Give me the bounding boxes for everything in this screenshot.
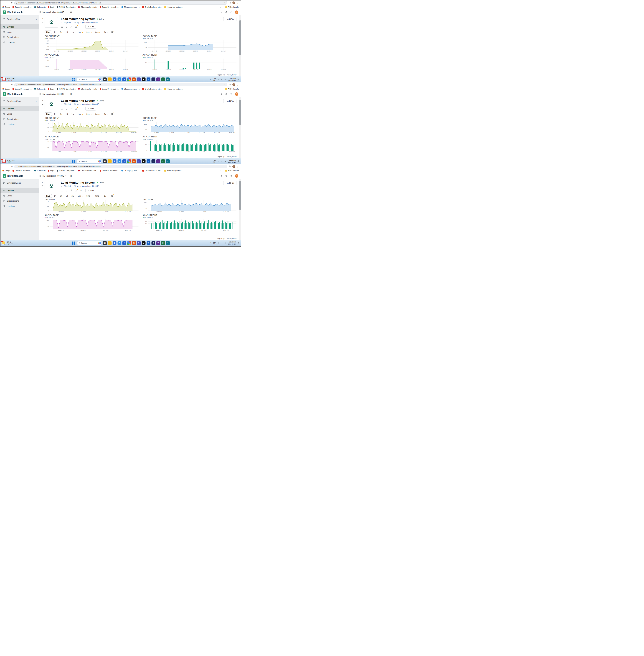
chrome-icon[interactable] [127,241,131,245]
taskbar-clock[interactable]: 12:20 PM2024-06-10 [228,159,236,163]
site-settings-icon[interactable] [16,84,17,85]
tab-1d[interactable]: 1d [64,194,69,198]
bookmark-item[interactable]: https www youtube... [164,6,183,8]
excel-icon[interactable]: X [161,241,165,245]
menu-handle-icon[interactable]: ≡ [42,21,43,23]
visual-studio-icon[interactable]: V [156,241,160,245]
info-button[interactable] [61,108,63,110]
desktop-view-icon[interactable]: ▣ [103,159,107,163]
settings-gear-icon[interactable]: ⚙ [70,11,72,14]
tab-3mo[interactable]: 3mo [85,112,93,116]
chrome-icon[interactable] [127,78,131,81]
privacy-policy-link[interactable]: Privacy Policy [227,74,236,76]
copilot-icon[interactable] [98,242,101,244]
start-button[interactable] [72,78,75,81]
bookmark-item[interactable]: P.M.D.U Complaints... [57,6,76,8]
sidebar-item-users[interactable]: Users [0,193,39,198]
notifications-button[interactable] [66,108,68,110]
zotero-icon[interactable]: Z [152,241,155,245]
edit-button[interactable]: Edit [85,189,96,192]
bookmark-item[interactable]: Login [48,170,54,172]
taskbar-widget[interactable]: 1 16°CLight rain [2,241,32,245]
tools-button[interactable] [70,108,73,110]
add-tag-button[interactable]: +Add Tag [223,181,236,185]
sidebar-item-organizations[interactable]: Organizations [0,35,39,40]
battery-icon[interactable] [224,160,226,162]
notifications-bell-icon[interactable] [237,78,239,80]
bookmarks-overflow-icon[interactable]: » [220,170,221,172]
photos-icon[interactable]: ❖ [122,241,126,245]
tab-1w[interactable]: 1w [70,31,75,34]
bookmark-item[interactable]: Oracle BI Interactive... [100,6,119,8]
tab-1y[interactable]: 1y [102,31,109,34]
more-actions-button[interactable]: ⋯ [79,189,82,192]
teams-icon[interactable]: T [137,159,141,163]
browser-profile-avatar[interactable] [232,165,235,168]
tab-6h[interactable]: 6h [58,31,63,34]
store-icon[interactable]: ⊞ [113,159,116,163]
blynk-brand[interactable]: B Blynk.Console [0,92,39,96]
settings-gear-icon[interactable]: ⚙ [70,175,72,177]
volume-icon[interactable] [221,78,223,80]
volume-icon[interactable] [221,242,223,244]
bookmark-item[interactable]: Oracle Business Inte... [142,6,162,8]
store-icon[interactable]: ⊞ [113,78,116,81]
tab-1h[interactable]: 1h [52,31,58,34]
bookmark-item[interactable]: Oracle Business Inte... [142,170,162,172]
bug-icon[interactable] [230,11,233,14]
bookmark-star-icon[interactable]: ☆ [223,84,226,86]
bookmark-item[interactable]: Oracle BI Interactive... [100,88,119,90]
tab-6h[interactable]: 6h [58,194,63,198]
battery-icon[interactable] [224,242,226,244]
tab-live[interactable]: Live [45,30,52,34]
download-button[interactable] [75,26,77,28]
browser-profile-avatar[interactable] [232,83,235,86]
language-indicator[interactable]: ENGUS [213,241,216,245]
start-button[interactable] [72,241,75,245]
obs-icon[interactable]: ● [142,78,145,81]
tab-1mo[interactable]: 1mo [76,31,84,34]
tab-3mo[interactable]: 3mo [85,194,93,198]
device-owner-link[interactable]: Wajahat [61,103,71,105]
edit-button[interactable]: Edit [85,25,96,29]
start-button[interactable] [72,159,75,163]
photos-icon[interactable]: ❖ [122,159,126,163]
tab-6mo[interactable]: 6mo [94,194,102,198]
organization-selector[interactable]: My organization - 8848KD ∨ ⚙ [39,93,72,95]
tray-chevron-icon[interactable]: ^ [210,160,211,162]
device-org-link[interactable]: My organization - 8848KD [74,21,99,23]
privacy-policy-link[interactable]: Privacy Policy [227,238,236,240]
announcement-icon[interactable] [220,175,223,177]
tab-6h[interactable]: 6h [58,112,63,116]
matlab-icon[interactable]: M [132,159,136,163]
bookmark-item[interactable]: Google [2,170,10,172]
word-icon[interactable]: W [146,159,150,163]
back-icon[interactable]: ← [2,166,5,168]
tab-1d[interactable]: 1d [64,112,69,116]
address-bar[interactable]: blynk.cloud/dashboard/157709/global/devi… [14,83,227,86]
all-bookmarks-button[interactable]: All Bookmarks [225,170,239,172]
user-avatar[interactable] [235,174,238,178]
info-button[interactable] [61,26,63,28]
tab-3mo[interactable]: 3mo [85,31,93,34]
excel-icon[interactable]: X [161,78,165,81]
notifications-button[interactable] [66,26,68,28]
tab-live[interactable]: Live [45,112,52,116]
bookmark-item[interactable]: KMI reports [34,170,46,172]
sidebar-item-organizations[interactable]: Organizations [0,116,39,122]
taskbar-search[interactable]: Search [77,241,102,245]
tab-1d[interactable]: 1d [64,31,69,34]
tray-chevron-icon[interactable]: ^ [210,79,211,80]
tab-groups-icon[interactable] [228,83,231,86]
close-icon[interactable]: × [42,99,43,102]
taskbar-clock[interactable]: 12:16 PM2024-06-10 [228,241,236,245]
bookmark-star-icon[interactable]: ☆ [223,166,226,168]
outlook-icon[interactable]: ✉ [117,78,121,81]
scrollbar[interactable] [239,179,241,240]
taskbar-widget[interactable]: 1 TSX index+0.07% [2,159,32,163]
organization-selector[interactable]: My organization - 8848KD ∨ ⚙ [39,11,72,14]
sidebar-item-users[interactable]: Users [0,29,39,35]
device-org-link[interactable]: My organization - 8848KD [74,185,99,187]
desktop-view-icon[interactable]: ▣ [103,78,107,81]
sidebar-item-devices[interactable]: Devices [0,24,39,29]
